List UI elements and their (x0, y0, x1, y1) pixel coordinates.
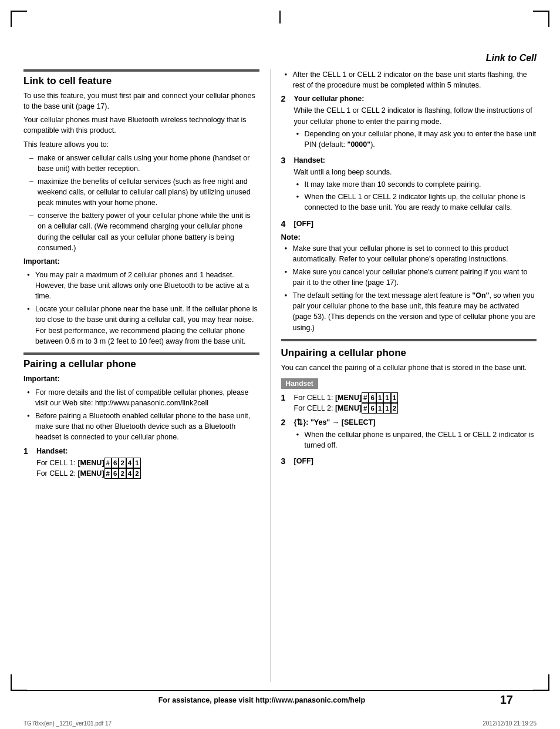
unpair-step1-num: 1 (281, 392, 294, 402)
footer-page-number: 17 (500, 693, 537, 707)
section1-divider (23, 69, 259, 72)
unpair-step3-content: [OFF] (294, 456, 537, 466)
section1-title: Link to cell feature (23, 75, 259, 87)
unpair-step3-label: [OFF] (294, 457, 313, 465)
dash-item-1: make or answer cellular calls using your… (29, 153, 259, 174)
unpairing-step1: 1 For CELL 1: [MENU]#6111 For CELL 2: [M… (281, 392, 537, 414)
step1-cell2-label: For CELL 2: (36, 469, 76, 478)
step3-content: Handset: Wait until a long beep sounds. … (294, 155, 537, 215)
unpair-cell1-keys: [MENU]#6111 (335, 394, 398, 402)
step3-text: Wait until a long beep sounds. (294, 168, 392, 176)
page-header: Link to Cell (486, 53, 537, 63)
two-column-layout: Link to cell feature To use this feature… (23, 69, 537, 682)
unpairing-step2: 2 {⇅}: "Yes" → [SELECT] When the cellula… (281, 417, 537, 452)
footer-assistance: For assistance, please visit http://www.… (23, 696, 500, 704)
pairing-important-1: For more details and the list of compati… (27, 387, 259, 408)
unpair-step2-keys: {⇅}: "Yes" → [SELECT] (294, 418, 376, 426)
print-info-left: TG78xx(en) _1210_ver101.pdf 17 (23, 720, 112, 727)
unpairing-section: Unpairing a cellular phone You can cance… (281, 339, 537, 467)
unpair-cell1-label: For CELL 1: (294, 394, 333, 402)
unpair-step2-sub-item: When the cellular phone is unpaired, the… (296, 429, 537, 451)
section2-important-label: Important: (23, 374, 259, 384)
unpair-step2-content: {⇅}: "Yes" → [SELECT] When the cellular … (294, 417, 537, 452)
page-title: Link to Cell (486, 53, 537, 63)
step2-sub-item: Depending on your cellular phone, it may… (296, 129, 537, 150)
dash-item-3: conserve the battery power of your cellu… (29, 210, 259, 253)
unpair-step2-sub: When the cellular phone is unpaired, the… (294, 429, 537, 451)
right-top-section: After the CELL 1 or CELL 2 indicator on … (281, 69, 537, 333)
step4-label: [OFF] (294, 220, 313, 228)
print-info-right: 2012/12/10 21:19:25 (483, 720, 537, 727)
step1-cell2-keys: [MENU]#6242 (77, 469, 140, 478)
print-info: TG78xx(en) _1210_ver101.pdf 17 2012/12/1… (0, 720, 560, 727)
section1-intro-2: Your cellular phones must have Bluetooth… (23, 115, 259, 136)
section1-important-list: You may pair a maximum of 2 cellular pho… (23, 270, 259, 347)
important-item-1: You may pair a maximum of 2 cellular pho… (27, 270, 259, 301)
corner-mark-tl (11, 11, 27, 27)
left-column: Link to cell feature To use this feature… (23, 69, 270, 682)
section2-title: Pairing a cellular phone (23, 358, 259, 370)
step3-num: 3 (281, 155, 294, 165)
right-step3: 3 Handset: Wait until a long beep sounds… (281, 155, 537, 215)
unpairing-intro: You can cancel the pairing of a cellular… (281, 362, 537, 373)
right-step2: 2 Your cellular phone: While the CELL 1 … (281, 93, 537, 152)
unpair-cell2-keys: [MENU]#6112 (335, 404, 398, 412)
step1-num: 1 (23, 446, 36, 456)
step4-content: [OFF] (294, 219, 537, 229)
note-list: Make sure that your cellular phone is se… (281, 243, 537, 333)
step3-sub: It may take more than 10 seconds to comp… (294, 179, 537, 213)
unpairing-title: Unpairing a cellular phone (281, 347, 537, 359)
step3-sub-1: It may take more than 10 seconds to comp… (296, 179, 537, 190)
step2-num: 2 (281, 93, 294, 103)
corner-mark-tr (533, 11, 549, 27)
step1-cell1-keys: [MENU]#6241 (77, 459, 140, 467)
section1-important-label: Important: (23, 256, 259, 267)
step1-content: Handset: For CELL 1: [MENU]#6241 For CEL… (36, 446, 259, 479)
section1-dash-list: make or answer cellular calls using your… (23, 153, 259, 253)
section2-important-list: For more details and the list of compati… (23, 387, 259, 443)
top-center-mark (279, 11, 281, 23)
step2-content: Your cellular phone: While the CELL 1 or… (294, 93, 537, 152)
unpair-step2-num: 2 (281, 417, 294, 427)
section1-intro-1: To use this feature, you must first pair… (23, 90, 259, 112)
right-top-bullets: After the CELL 1 or CELL 2 indicator on … (281, 69, 537, 90)
right-step4: 4 [OFF] (281, 219, 537, 229)
note-item-2: Make sure you cancel your cellular phone… (285, 267, 537, 288)
important-item-2: Locate your cellular phone near the base… (27, 304, 259, 347)
note-item-1: Make sure that your cellular phone is se… (285, 243, 537, 264)
unpair-step3-num: 3 (281, 456, 294, 466)
footer: For assistance, please visit http://www.… (23, 690, 537, 707)
unpair-step1-content: For CELL 1: [MENU]#6111 For CELL 2: [MEN… (294, 392, 537, 414)
handset-box: Handset (281, 378, 318, 389)
pairing-step1: 1 Handset: For CELL 1: [MENU]#6241 For C… (23, 446, 259, 479)
dash-item-2: maximize the benefits of cellular servic… (29, 176, 259, 208)
note-item-3: The default setting for the text message… (285, 290, 537, 333)
unpair-cell2-label: For CELL 2: (294, 404, 333, 412)
step4-num: 4 (281, 219, 294, 229)
pairing-important-2: Before pairing a Bluetooth enabled cellu… (27, 411, 259, 442)
step2-label: Your cellular phone: (294, 93, 537, 104)
step1-label: Handset: (36, 446, 259, 456)
main-content: Link to cell feature To use this feature… (23, 69, 537, 682)
note-label: Note: (281, 233, 537, 241)
section1-intro-3: This feature allows you to: (23, 139, 259, 150)
section2-divider (23, 352, 259, 355)
right-column: After the CELL 1 or CELL 2 indicator on … (270, 69, 537, 682)
step2-text: While the CELL 1 or CELL 2 indicator is … (294, 106, 532, 125)
step3-label: Handset: (294, 155, 537, 166)
step2-sub: Depending on your cellular phone, it may… (294, 129, 537, 150)
step3-sub-2: When the CELL 1 or CELL 2 indicator ligh… (296, 192, 537, 213)
right-top-bullet-1: After the CELL 1 or CELL 2 indicator on … (285, 69, 537, 90)
unpairing-step3: 3 [OFF] (281, 456, 537, 466)
step1-cell1-label: For CELL 1: (36, 459, 76, 467)
